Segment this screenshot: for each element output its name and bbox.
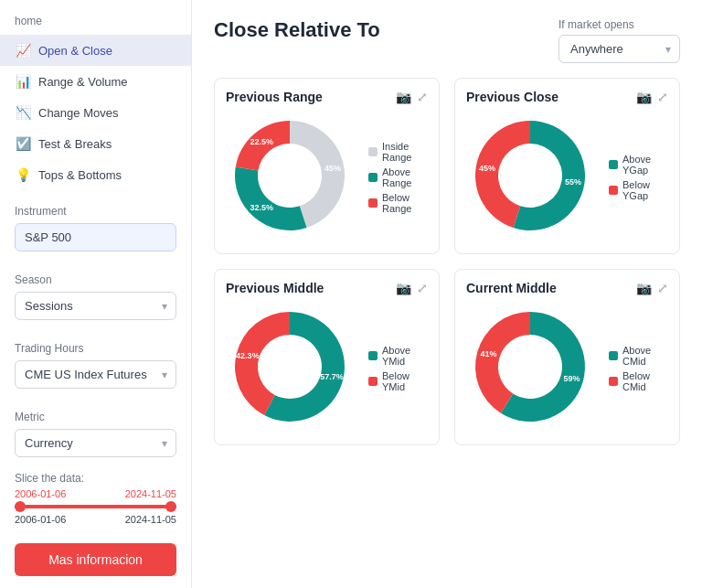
- donut-chart: 45%32.5%22.5%: [226, 112, 354, 242]
- expand-icon[interactable]: ⤢: [657, 281, 668, 295]
- market-opens-label: If market opens: [558, 18, 680, 31]
- donut-svg: 45%32.5%22.5%: [226, 112, 354, 240]
- chart-card-current-middle: Current Middle 📷 ⤢ 59%41% Above CMid Bel…: [454, 269, 680, 445]
- chart-title: Previous Range: [226, 90, 323, 104]
- slice-start-label: 2006-01-06: [15, 488, 66, 499]
- legend-label: Above YGap: [622, 154, 668, 176]
- donut-chart: 57.7%42.3%: [226, 303, 354, 433]
- svg-text:32.5%: 32.5%: [250, 203, 273, 212]
- chart-body: 57.7%42.3% Above YMid Below YMid: [226, 303, 428, 433]
- metric-select[interactable]: CurrencyPercentPoints: [15, 429, 176, 457]
- trading-hours-select[interactable]: CME US Index Futures RTHRegular HoursExt…: [15, 360, 176, 389]
- legend-dot: [368, 351, 378, 360]
- chart-header: Previous Close 📷 ⤢: [466, 90, 668, 104]
- nav-icon-test-breaks: ☑️: [15, 135, 31, 152]
- legend-item: Inside Range: [368, 141, 428, 163]
- metric-section: Metric CurrencyPercentPoints: [0, 396, 191, 465]
- svg-text:42.3%: 42.3%: [236, 351, 260, 360]
- nav-label-change-moves: Change Moves: [38, 106, 118, 120]
- slice-end-text: 2024-11-05: [125, 514, 176, 525]
- legend-label: Below Range: [382, 192, 428, 214]
- camera-icon[interactable]: 📷: [636, 90, 652, 104]
- chart-action-icons: 📷 ⤢: [396, 90, 428, 104]
- legend-dot: [368, 377, 378, 386]
- season-section: Season SessionsDailyWeeklyMonthly: [0, 259, 191, 327]
- range-thumb-end[interactable]: [165, 501, 176, 512]
- sidebar-item-change-moves[interactable]: 📉Change Moves: [0, 97, 191, 128]
- season-select[interactable]: SessionsDailyWeeklyMonthly: [15, 292, 176, 320]
- trading-hours-select-wrapper: CME US Index Futures RTHRegular HoursExt…: [15, 360, 176, 389]
- donut-svg: 55%45%: [466, 112, 594, 240]
- expand-icon[interactable]: ⤢: [657, 90, 668, 104]
- legend-dot: [368, 173, 378, 182]
- nav-icon-tops-bottoms: 💡: [15, 166, 31, 183]
- legend-dot: [609, 186, 618, 195]
- chart-title: Current Middle: [466, 281, 557, 295]
- chart-card-previous-range: Previous Range 📷 ⤢ 45%32.5%22.5% Inside …: [214, 78, 440, 254]
- svg-text:55%: 55%: [565, 177, 581, 187]
- trading-hours-label: Trading Hours: [15, 342, 176, 355]
- chart-body: 55%45% Above YGap Below YGap: [466, 112, 668, 242]
- legend-item: Above YMid: [368, 345, 428, 367]
- donut-svg: 57.7%42.3%: [226, 303, 354, 431]
- sidebar-item-test-breaks[interactable]: ☑️Test & Breaks: [0, 128, 191, 159]
- instrument-input[interactable]: [15, 223, 176, 251]
- camera-icon[interactable]: 📷: [636, 281, 652, 295]
- metric-select-wrapper: CurrencyPercentPoints: [15, 429, 176, 457]
- range-track[interactable]: [15, 505, 176, 508]
- sidebar-item-tops-bottoms[interactable]: 💡Tops & Bottoms: [0, 159, 191, 190]
- sidebar-item-range-volume[interactable]: 📊Range & Volume: [0, 66, 191, 97]
- svg-text:22.5%: 22.5%: [250, 137, 273, 146]
- chart-legend: Above YMid Below YMid: [368, 345, 428, 392]
- legend-dot: [368, 198, 378, 208]
- nav-label-open-close: Open & Close: [38, 44, 112, 58]
- legend-item: Below YMid: [368, 370, 428, 392]
- camera-icon[interactable]: 📷: [396, 281, 411, 295]
- expand-icon[interactable]: ⤢: [417, 281, 428, 295]
- camera-icon[interactable]: 📷: [396, 90, 411, 104]
- sidebar: home 📈Open & Close📊Range & Volume📉Change…: [0, 0, 192, 588]
- instrument-section: Instrument: [0, 190, 191, 259]
- market-select[interactable]: AnywhereInside RangeOutside Range: [558, 35, 680, 63]
- chart-header: Previous Middle 📷 ⤢: [226, 281, 428, 295]
- donut-svg: 59%41%: [466, 303, 594, 431]
- chart-legend: Above YGap Below YGap: [609, 154, 668, 201]
- legend-dot: [609, 351, 618, 360]
- legend-item: Above CMid: [609, 345, 668, 367]
- chart-action-icons: 📷 ⤢: [396, 281, 428, 295]
- market-opens-section: If market opens AnywhereInside RangeOuts…: [558, 18, 680, 63]
- main-header: Close Relative To If market opens Anywhe…: [214, 18, 680, 63]
- nav-icon-change-moves: 📉: [15, 104, 31, 121]
- svg-text:57.7%: 57.7%: [320, 372, 344, 381]
- chart-card-previous-middle: Previous Middle 📷 ⤢ 57.7%42.3% Above YMi…: [214, 269, 440, 445]
- legend-item: Below YGap: [609, 179, 668, 201]
- sidebar-item-open-close[interactable]: 📈Open & Close: [0, 35, 191, 66]
- nav-icon-range-volume: 📊: [15, 73, 31, 90]
- legend-dot: [609, 160, 618, 169]
- expand-icon[interactable]: ⤢: [417, 90, 428, 104]
- range-thumb-start[interactable]: [15, 501, 26, 512]
- chart-body: 59%41% Above CMid Below CMid: [466, 303, 668, 433]
- nav-label-tops-bottoms: Tops & Bottoms: [38, 168, 122, 182]
- legend-dot: [609, 377, 618, 386]
- legend-label: Inside Range: [382, 141, 428, 163]
- svg-text:41%: 41%: [480, 349, 496, 358]
- svg-text:45%: 45%: [479, 164, 495, 173]
- chart-action-icons: 📷 ⤢: [636, 90, 668, 104]
- chart-header: Previous Range 📷 ⤢: [226, 90, 428, 104]
- mas-informacion-button[interactable]: Mas informacion: [15, 543, 176, 576]
- chart-action-icons: 📷 ⤢: [636, 281, 668, 295]
- svg-text:45%: 45%: [324, 164, 341, 173]
- chart-legend: Inside Range Above Range Below Range: [368, 141, 428, 214]
- legend-label: Above YMid: [382, 345, 428, 367]
- donut-chart: 59%41%: [466, 303, 594, 433]
- legend-item: Above YGap: [609, 154, 668, 176]
- instrument-label: Instrument: [15, 205, 176, 218]
- nav-icon-open-close: 📈: [15, 42, 31, 59]
- slice-end-label: 2024-11-05: [125, 488, 176, 499]
- page-title: Close Relative To: [214, 18, 380, 42]
- slice-section: Slice the data: 2006-01-06 2024-11-05 20…: [0, 465, 191, 536]
- range-fill: [15, 505, 176, 508]
- legend-item: Below Range: [368, 192, 428, 214]
- chart-title: Previous Close: [466, 90, 558, 104]
